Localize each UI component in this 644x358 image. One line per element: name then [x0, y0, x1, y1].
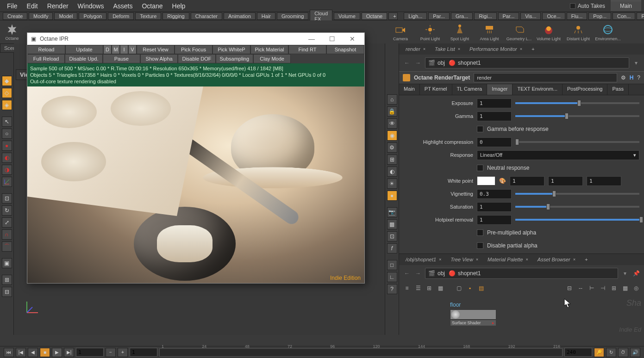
- vtool-l[interactable]: ∟: [387, 272, 397, 282]
- path-field[interactable]: 🎬obj 🔴shopnet1: [425, 57, 629, 68]
- vtool-grid[interactable]: ⊡: [387, 231, 397, 241]
- shelf-add[interactable]: +: [388, 12, 398, 20]
- tab-render[interactable]: render×: [401, 45, 430, 53]
- tool-misc2[interactable]: ⊟: [2, 287, 12, 297]
- ipr-disableupd[interactable]: Disable Upd.: [65, 54, 102, 63]
- vtool-render[interactable]: ◉: [387, 130, 397, 141]
- tl-frame-current[interactable]: [130, 348, 157, 357]
- auto-takes-toggle[interactable]: Auto Takes: [570, 3, 605, 9]
- shelf-grooming[interactable]: Grooming: [277, 12, 308, 20]
- ipr-pickmat[interactable]: Pick Material: [250, 45, 288, 54]
- ntool-stack[interactable]: ▤: [477, 284, 485, 292]
- ipr-v[interactable]: V: [128, 45, 137, 54]
- menu-help[interactable]: Help: [168, 1, 190, 11]
- ntool-align1[interactable]: ⊟: [565, 284, 574, 292]
- close-icon[interactable]: ×: [526, 257, 528, 262]
- shelf-texture[interactable]: Texture: [135, 12, 161, 20]
- menu-render[interactable]: Render: [43, 1, 73, 11]
- disablepartial-checkbox[interactable]: [477, 242, 483, 249]
- gear-icon[interactable]: ⚙: [621, 74, 626, 81]
- light-environment[interactable]: Environmen...: [596, 23, 620, 41]
- vignetting-input[interactable]: [477, 189, 512, 199]
- tool-select-face[interactable]: ◇: [2, 88, 12, 98]
- menu-file[interactable]: File: [3, 1, 22, 11]
- ntool-list1[interactable]: ≡: [403, 284, 411, 292]
- ntool-note[interactable]: ▪: [466, 284, 474, 292]
- highlight-input[interactable]: [477, 137, 512, 147]
- shelf-modify[interactable]: Modify: [29, 12, 53, 20]
- light-area[interactable]: Area Light: [477, 23, 501, 41]
- tool-select-object[interactable]: ◆: [2, 76, 12, 86]
- ntool-target[interactable]: ◎: [632, 284, 640, 292]
- shelf-r-rigi[interactable]: Rigi...: [474, 12, 496, 20]
- shelf-model[interactable]: Model: [54, 12, 77, 20]
- main-take-tab[interactable]: Main: [611, 0, 641, 11]
- neutral-checkbox[interactable]: [477, 165, 483, 171]
- close-icon[interactable]: ×: [439, 257, 441, 262]
- light-spot[interactable]: Spot Light: [448, 23, 472, 41]
- tool-axes[interactable]: [2, 177, 12, 187]
- tool-magnet2[interactable]: ⌒: [2, 241, 12, 252]
- hotpixel-input[interactable]: [477, 215, 512, 225]
- ipr-snapshot[interactable]: Snapshot: [326, 45, 364, 54]
- tab-treeview[interactable]: Tree View×: [446, 255, 483, 264]
- path-shopnet[interactable]: shopnet1: [458, 60, 481, 66]
- ntool-grid1[interactable]: ⊞: [425, 284, 433, 292]
- shelf-animation[interactable]: Animation: [224, 12, 256, 20]
- exposure-input[interactable]: [477, 99, 512, 108]
- shelf-octane[interactable]: Octane: [362, 12, 387, 20]
- path-obj[interactable]: obj: [438, 60, 445, 66]
- subtab-pass[interactable]: Pass: [607, 84, 628, 95]
- tool-magnet[interactable]: ∩: [2, 229, 12, 240]
- tl-first[interactable]: ⏮: [4, 348, 14, 357]
- ipr-d[interactable]: D: [103, 45, 112, 54]
- subtab-ptkernel[interactable]: PT Kernel: [420, 84, 452, 95]
- subtab-tlcamera[interactable]: TL Camera: [452, 84, 488, 95]
- rendertarget-name-input[interactable]: [474, 73, 617, 82]
- close-icon[interactable]: ×: [573, 257, 575, 262]
- tl-prevkey[interactable]: |◀: [16, 348, 26, 357]
- vignetting-slider[interactable]: [515, 193, 639, 195]
- exposure-slider[interactable]: [515, 102, 639, 104]
- subtab-imager[interactable]: Imager: [487, 84, 513, 95]
- tl-track[interactable]: 124487296120144168192216: [159, 348, 563, 357]
- tl-plus[interactable]: +: [118, 348, 128, 357]
- shelf-create[interactable]: Create: [3, 12, 27, 20]
- menu-assets[interactable]: Assets: [109, 1, 137, 11]
- ipr-disabledof[interactable]: Disable DOF: [178, 54, 215, 63]
- tab-assetbrowser[interactable]: Asset Browser×: [533, 255, 580, 264]
- node-floor[interactable]: floor Surface Shader▸: [450, 302, 496, 320]
- ntool-align3[interactable]: ⊢: [588, 284, 596, 292]
- shelf-r-con[interactable]: Con...: [613, 12, 635, 20]
- vtool-box[interactable]: □: [387, 260, 397, 270]
- vtool-shade[interactable]: ◐: [387, 167, 397, 177]
- shelf-hair[interactable]: Hair: [257, 12, 275, 20]
- node-nav-dropdown[interactable]: ▾: [621, 269, 629, 278]
- shelf-character[interactable]: Character: [191, 12, 222, 20]
- ipr-m[interactable]: M: [112, 45, 120, 54]
- tl-play[interactable]: ▶: [52, 348, 62, 357]
- nav-fwd[interactable]: →: [414, 59, 422, 67]
- h-icon[interactable]: H: [630, 74, 634, 81]
- nav-back[interactable]: ←: [403, 59, 411, 67]
- saturation-slider[interactable]: [515, 206, 639, 208]
- ntool-box[interactable]: ▢: [455, 284, 463, 292]
- vtool-help[interactable]: ?: [387, 284, 397, 294]
- tl-minus[interactable]: −: [106, 348, 116, 357]
- octane-logo[interactable]: Octane: [2, 22, 22, 42]
- light-distant[interactable]: Distant Light: [566, 23, 590, 41]
- tl-prev[interactable]: ◀: [28, 348, 38, 357]
- vtool-eye[interactable]: 👁: [387, 118, 397, 129]
- vtool-mat[interactable]: ●: [387, 191, 397, 201]
- shelf-r-pyr[interactable]: Pyr...: [637, 12, 644, 20]
- ntool-align4[interactable]: ⊣: [599, 284, 607, 292]
- nav-dropdown[interactable]: ▾: [632, 59, 640, 67]
- vtool-home[interactable]: ⌂: [387, 94, 397, 105]
- ipr-pickwhite[interactable]: Pick WhiteP: [213, 45, 250, 54]
- tool-lasso[interactable]: ○: [2, 129, 12, 139]
- ipr-render-view[interactable]: Indie Edition: [27, 86, 364, 283]
- shelf-polygon[interactable]: Polygon: [79, 12, 106, 20]
- shelf-r-vis[interactable]: Vis...: [520, 12, 541, 20]
- tool-red3[interactable]: ◑: [2, 165, 12, 175]
- tab-add2[interactable]: +: [580, 255, 592, 264]
